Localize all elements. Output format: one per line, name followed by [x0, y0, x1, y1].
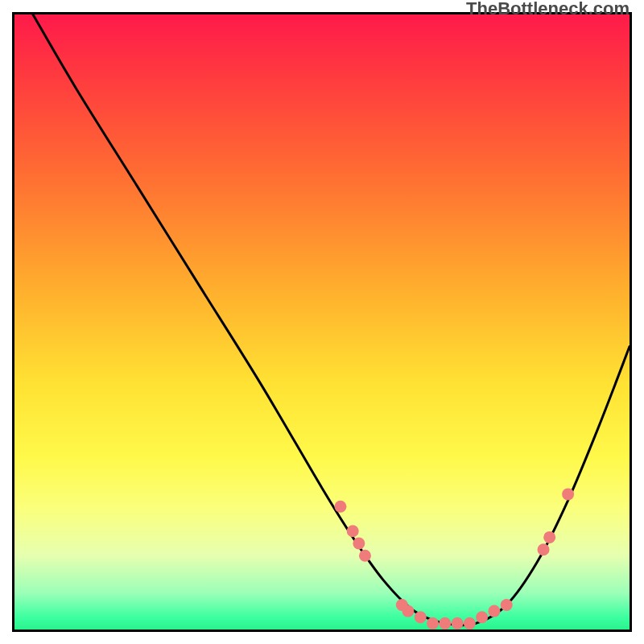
data-marker	[439, 617, 451, 630]
data-marker	[488, 605, 500, 617]
data-marker	[452, 617, 464, 630]
attribution-text: TheBottleneck.com	[466, 0, 630, 19]
curve-layer	[33, 14, 630, 625]
data-marker	[402, 605, 414, 617]
data-marker	[476, 611, 488, 623]
data-marker	[415, 611, 427, 623]
data-marker	[538, 543, 550, 555]
data-marker	[543, 531, 555, 543]
chart-svg	[14, 14, 630, 630]
data-marker	[427, 617, 439, 630]
chart-frame	[12, 12, 632, 632]
data-marker	[359, 550, 371, 562]
data-marker	[347, 525, 359, 537]
data-marker	[334, 501, 346, 513]
data-marker	[464, 617, 476, 630]
data-marker	[501, 599, 513, 611]
data-marker	[562, 488, 574, 500]
data-marker	[353, 538, 365, 550]
bottleneck-curve	[33, 14, 630, 625]
